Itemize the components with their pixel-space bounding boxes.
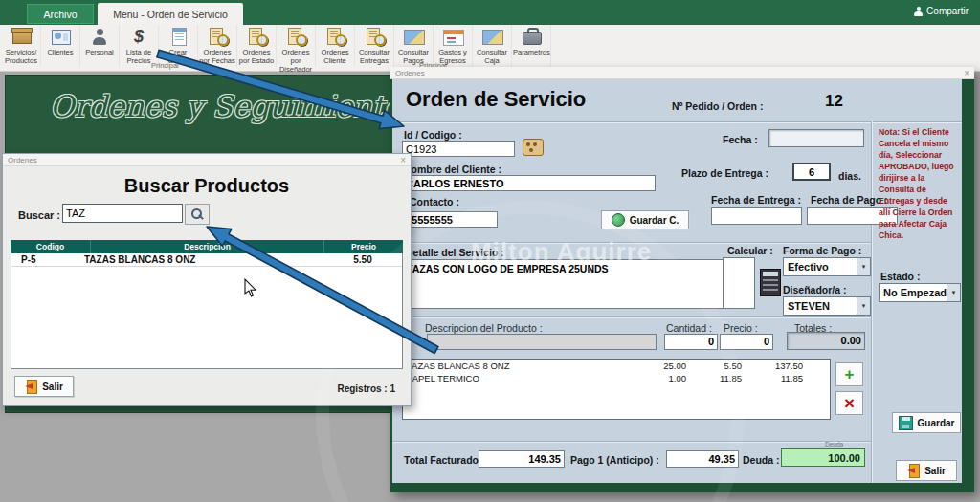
descripcion-producto-field[interactable] bbox=[427, 334, 657, 350]
salir-label: Salir bbox=[42, 382, 63, 392]
tab-menu-orden-de-servicio[interactable]: Menu - Orden de Servicio bbox=[98, 3, 243, 25]
disenador-select[interactable]: STEVEN ▼ bbox=[783, 296, 871, 316]
ribbon-clientes[interactable]: Clientes bbox=[41, 25, 80, 67]
buscar-input[interactable] bbox=[62, 204, 183, 223]
calcular-field[interactable] bbox=[723, 257, 755, 309]
document-icon bbox=[172, 28, 187, 46]
search-document-icon bbox=[367, 28, 380, 45]
product-cantidad: 1.00 bbox=[636, 372, 686, 384]
tab-archivo[interactable]: Archivo bbox=[27, 4, 94, 24]
nombre-cliente-field[interactable] bbox=[402, 175, 656, 191]
buscar-productos-window: Ordenes × Buscar Productos Buscar : Codi… bbox=[2, 153, 412, 406]
add-product-button[interactable]: + bbox=[835, 362, 863, 386]
buscar-window-title-bar[interactable]: Ordenes × bbox=[3, 154, 411, 166]
cell-codigo: P-5 bbox=[11, 253, 84, 266]
search-document-icon bbox=[249, 28, 262, 45]
disenador-label: Diseñador/a : bbox=[783, 284, 847, 295]
chevron-down-icon[interactable]: ▼ bbox=[857, 258, 870, 275]
window-icon bbox=[443, 30, 464, 46]
ribbon-ordenes-por-fechas[interactable]: Ordenes por Fechas bbox=[198, 25, 237, 67]
table-row[interactable]: TAZAS BLANCAS 8 ONZ 25.00 5.50 137.50 bbox=[403, 360, 830, 372]
close-icon[interactable]: × bbox=[964, 67, 969, 79]
detalle-servicio-label: Detalle del Servicio : bbox=[406, 247, 504, 258]
search-document-icon bbox=[210, 28, 223, 45]
nombre-cliente-label: Nombre del Cliente : bbox=[404, 164, 501, 175]
search-button[interactable] bbox=[185, 204, 210, 225]
column-header-codigo[interactable]: Codigo bbox=[11, 240, 91, 253]
chevron-down-icon[interactable]: ▼ bbox=[857, 297, 870, 315]
product-list[interactable]: TAZAS BLANCAS 8 ONZ 25.00 5.50 137.50 PA… bbox=[402, 359, 831, 420]
personal-icon bbox=[92, 29, 107, 45]
divider bbox=[392, 121, 962, 123]
results-table[interactable]: P-5 TAZAS BLANCAS 8 ONZ 5.50 bbox=[11, 253, 403, 369]
ribbon-personal[interactable]: Personal bbox=[80, 25, 120, 67]
buscar-label: Buscar : bbox=[18, 209, 60, 221]
x-icon: × bbox=[844, 393, 855, 414]
green-circle-icon bbox=[612, 213, 625, 227]
buscar-window-title: Ordenes bbox=[8, 156, 37, 164]
cantidad-field[interactable]: 0 bbox=[664, 334, 718, 350]
detalle-servicio-field[interactable]: TAZAS CON LOGO DE EMPRESA 25UNDS bbox=[402, 259, 754, 309]
ribbon-consultar-entregas[interactable]: Consultar Entregas bbox=[355, 25, 394, 67]
contacto-label: Contacto : bbox=[410, 196, 459, 207]
product-total: 11.85 bbox=[742, 372, 830, 384]
photo-icon bbox=[482, 30, 503, 45]
guardar-button[interactable]: Guardar bbox=[892, 412, 961, 433]
app-title-bar: Archivo Menu - Orden de Servicio Compart… bbox=[0, 0, 980, 25]
photo-icon bbox=[404, 30, 425, 45]
orden-window-body: Orden de Servicio Nº Pedido / Orden : 12… bbox=[392, 79, 962, 483]
cell-precio: 5.50 bbox=[323, 253, 402, 266]
ribbon-parametros[interactable]: Parametros bbox=[512, 25, 551, 67]
precio-field[interactable]: 0 bbox=[720, 334, 773, 350]
table-row[interactable]: P-5 TAZAS BLANCAS 8 ONZ 5.50 bbox=[11, 253, 402, 267]
close-icon[interactable]: × bbox=[400, 154, 406, 166]
fecha-entrega-field[interactable] bbox=[711, 207, 802, 225]
share-button[interactable]: Compartir bbox=[914, 6, 969, 16]
ribbon-consultar-caja[interactable]: Consultar Caja bbox=[473, 25, 512, 67]
ribbon-ordenes-cliente[interactable]: Ordenes Cliente bbox=[316, 25, 355, 67]
plazo-entrega-field[interactable]: 6 bbox=[792, 163, 831, 181]
pedido-orden-label: Nº Pedido / Orden : bbox=[672, 100, 763, 112]
guardar-cliente-button[interactable]: Guardar C. bbox=[601, 210, 689, 229]
ribbon-button-label: Ordenes por Estado bbox=[238, 48, 275, 65]
orden-window-title-bar[interactable]: Ordenes × bbox=[390, 67, 974, 79]
ribbon-button-label: Servicios/ Productos bbox=[3, 48, 39, 65]
product-descripcion: PAPEL TERMICO bbox=[403, 372, 636, 384]
salir-button[interactable]: Salir bbox=[896, 460, 957, 481]
salir-button[interactable]: Salir bbox=[14, 376, 74, 397]
pago1-field[interactable]: 49.35 bbox=[666, 450, 739, 468]
guardar-cliente-label: Guardar C. bbox=[630, 215, 679, 226]
contacto-field[interactable] bbox=[402, 211, 498, 228]
person-icon bbox=[914, 7, 923, 16]
ribbon-ordenes-por-disenador[interactable]: Ordenes por Diseñador bbox=[277, 25, 316, 67]
column-header-descripcion[interactable]: Descripcion bbox=[91, 240, 324, 253]
buscar-cliente-icon[interactable] bbox=[523, 139, 544, 156]
ribbon-button-label: Ordenes por Fechas bbox=[199, 48, 235, 65]
registros-count: Registros : 1 bbox=[337, 383, 395, 394]
fecha-field[interactable] bbox=[768, 129, 864, 147]
chevron-down-icon[interactable]: ▼ bbox=[947, 284, 960, 301]
estado-select[interactable]: No Empezado ▼ bbox=[879, 283, 961, 302]
ribbon-servicios-productos[interactable]: Servicios/ Productos bbox=[2, 25, 41, 67]
forma-pago-select[interactable]: Efectivo ▼ bbox=[783, 257, 871, 276]
buscar-heading: Buscar Productos bbox=[3, 175, 411, 197]
divider bbox=[392, 316, 871, 318]
calculator-icon[interactable] bbox=[760, 269, 781, 296]
deuda-label: Deuda : bbox=[743, 454, 780, 466]
exit-door-icon bbox=[25, 380, 37, 393]
remove-product-button[interactable]: × bbox=[835, 391, 863, 415]
pedido-orden-number: 12 bbox=[825, 92, 843, 111]
ribbon-button-label: Clientes bbox=[42, 48, 78, 56]
column-header-precio[interactable]: Precio bbox=[324, 240, 403, 253]
id-codigo-field[interactable] bbox=[402, 141, 515, 157]
product-total: 137.50 bbox=[742, 360, 830, 372]
divider bbox=[871, 121, 873, 483]
plus-icon: + bbox=[845, 365, 855, 384]
id-codigo-label: Id / Codigo : bbox=[404, 129, 462, 141]
forma-pago-label: Forma de Pago : bbox=[783, 245, 861, 256]
fecha-label: Fecha : bbox=[723, 134, 758, 145]
ribbon-ordenes-por-estado[interactable]: Ordenes por Estado bbox=[237, 25, 277, 67]
fecha-entrega-label: Fecha de Entrega : bbox=[711, 194, 801, 206]
search-icon bbox=[191, 208, 203, 220]
table-row[interactable]: PAPEL TERMICO 1.00 11.85 11.85 bbox=[403, 372, 830, 384]
